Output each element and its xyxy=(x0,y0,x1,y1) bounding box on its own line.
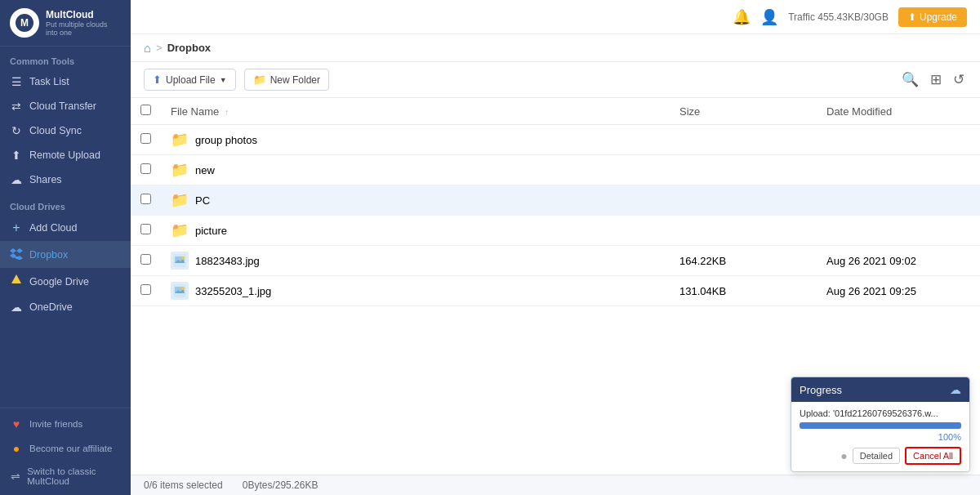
size-cell: 164.22KB xyxy=(670,246,817,276)
progress-cloud-icon: ☁ xyxy=(950,383,961,396)
upload-file-button[interactable]: ⬆ Upload File ▼ xyxy=(144,69,236,91)
new-folder-label: New Folder xyxy=(270,74,320,86)
selected-count: 0/6 items selected xyxy=(144,479,223,491)
select-all-checkbox[interactable] xyxy=(140,105,151,115)
upgrade-icon: ⬆ xyxy=(908,11,916,23)
row-checkbox[interactable] xyxy=(140,194,151,204)
date-cell xyxy=(817,185,980,216)
col-header-filename[interactable]: File Name ↑ xyxy=(161,98,670,125)
filename-cell: 33255203_1.jpg xyxy=(161,276,670,306)
sidebar-item-label: Invite friends xyxy=(29,419,82,429)
row-checkbox-cell xyxy=(131,246,161,276)
folder-icon: 📁 xyxy=(171,131,189,149)
sidebar-item-become-affiliate[interactable]: ● Become our affiliate xyxy=(0,436,131,461)
row-checkbox[interactable] xyxy=(140,224,151,234)
cloud-transfer-icon: ⇄ xyxy=(10,100,23,113)
storage-info: 0Bytes/295.26KB xyxy=(243,479,318,491)
detailed-button[interactable]: Detailed xyxy=(853,448,900,464)
notifications-icon[interactable]: 🔔 xyxy=(733,8,751,26)
filename-col-label: File Name xyxy=(171,105,219,118)
toolbar-right-icons: 🔍 ⊞ ↺ xyxy=(899,69,967,91)
upload-icon: ⬆ xyxy=(153,74,162,86)
progress-body: Upload: '01fd21260769526376.w... 100% ● … xyxy=(791,402,969,471)
sidebar-item-task-list[interactable]: ☰ Task List xyxy=(0,69,131,94)
table-row: 33255203_1.jpg 131.04KB Aug 26 2021 09:2… xyxy=(131,276,980,306)
svg-point-6 xyxy=(181,256,185,260)
sidebar-bottom: ♥ Invite friends ● Become our affiliate … xyxy=(0,408,131,495)
sidebar-item-label: Shares xyxy=(29,174,62,185)
sidebar-item-add-cloud[interactable]: + Add Cloud xyxy=(0,215,131,241)
upgrade-button[interactable]: ⬆ Upgrade xyxy=(898,7,967,27)
sidebar-item-label: Become our affiliate xyxy=(29,444,112,453)
row-checkbox[interactable] xyxy=(140,284,151,295)
size-cell: 131.04KB xyxy=(670,276,817,306)
sidebar-item-cloud-transfer[interactable]: ⇄ Cloud Transfer xyxy=(0,94,131,118)
date-cell xyxy=(817,155,980,185)
cancel-all-button[interactable]: Cancel All xyxy=(905,447,961,465)
folder-icon: 📁 xyxy=(171,221,189,239)
refresh-icon[interactable]: ↺ xyxy=(951,69,967,91)
sidebar-item-remote-upload[interactable]: ⬆ Remote Upload xyxy=(0,143,131,167)
remote-upload-icon: ⬆ xyxy=(10,149,23,162)
filename-cell: 📁 new xyxy=(161,155,670,185)
sort-icon: ↑ xyxy=(225,108,229,117)
row-checkbox[interactable] xyxy=(140,133,151,144)
add-cloud-icon: + xyxy=(10,221,23,235)
progress-panel: Progress ☁ Upload: '01fd21260769526376.w… xyxy=(791,377,970,472)
shares-icon: ☁ xyxy=(10,173,23,186)
col-header-date[interactable]: Date Modified xyxy=(817,98,980,125)
sidebar-item-shares[interactable]: ☁ Shares xyxy=(0,167,131,192)
size-cell xyxy=(670,216,817,246)
search-icon[interactable]: 🔍 xyxy=(899,69,921,91)
sidebar-item-label: Cloud Sync xyxy=(29,125,82,136)
row-checkbox-cell xyxy=(131,185,161,216)
progress-status-icon: ● xyxy=(840,449,847,462)
upload-dropdown-icon: ▼ xyxy=(220,76,227,84)
progress-bar-wrap xyxy=(800,422,961,429)
sidebar-item-invite-friends[interactable]: ♥ Invite friends xyxy=(0,412,131,436)
row-checkbox[interactable] xyxy=(140,163,151,174)
invite-icon: ♥ xyxy=(10,417,23,430)
sidebar-item-label: OneDrive xyxy=(29,301,73,313)
sidebar-item-dropbox[interactable]: Dropbox xyxy=(0,241,131,268)
grid-view-icon[interactable]: ⊞ xyxy=(928,69,944,91)
filename-cell: 📁 picture xyxy=(161,216,670,246)
dropbox-icon xyxy=(10,247,23,262)
statusbar: 0/6 items selected 0Bytes/295.26KB xyxy=(131,475,980,495)
filename-text: new xyxy=(195,164,215,176)
affiliate-icon: ● xyxy=(10,442,23,455)
upload-file-label: Upload File xyxy=(166,74,216,86)
sidebar-item-label: Task List xyxy=(29,76,69,87)
size-cell xyxy=(670,185,817,216)
sidebar-item-label: Dropbox xyxy=(29,249,68,261)
date-cell: Aug 26 2021 09:02 xyxy=(817,246,980,276)
sidebar-item-switch-classic[interactable]: ⇌ Switch to classic MultCloud xyxy=(0,461,131,492)
col-header-size[interactable]: Size xyxy=(670,98,817,125)
sidebar-item-onedrive[interactable]: ☁ OneDrive xyxy=(0,295,131,319)
sidebar-item-label: Switch to classic MultCloud xyxy=(27,466,121,486)
app-name: MultCloud xyxy=(46,9,121,20)
row-checkbox[interactable] xyxy=(140,254,151,265)
sidebar-item-google-drive[interactable]: Google Drive xyxy=(0,268,131,295)
table-row: 18823483.jpg 164.22KB Aug 26 2021 09:02 xyxy=(131,246,980,276)
table-row: 📁 picture xyxy=(131,216,980,246)
filename-cell: 📁 PC xyxy=(161,185,670,216)
sidebar: M MultCloud Put multiple clouds into one… xyxy=(0,0,131,495)
col-header-check xyxy=(131,98,161,125)
table-row: 📁 new xyxy=(131,155,980,185)
date-cell xyxy=(817,125,980,155)
image-icon xyxy=(171,282,189,300)
new-folder-button[interactable]: 📁 New Folder xyxy=(244,69,329,91)
progress-actions: ● Detailed Cancel All xyxy=(800,447,961,465)
table-header-row: File Name ↑ Size Date Modified xyxy=(131,98,980,125)
date-cell xyxy=(817,216,980,246)
sidebar-item-label: Remote Upload xyxy=(29,149,100,161)
sidebar-item-label: Google Drive xyxy=(29,276,89,288)
breadcrumb-current: Dropbox xyxy=(167,42,211,54)
user-icon[interactable]: 👤 xyxy=(760,8,778,26)
breadcrumb-home[interactable]: ⌂ xyxy=(144,41,151,55)
filename-text: 18823483.jpg xyxy=(195,255,260,267)
table-row: 📁 group photos xyxy=(131,125,980,155)
sidebar-item-cloud-sync[interactable]: ↻ Cloud Sync xyxy=(0,118,131,143)
row-checkbox-cell xyxy=(131,276,161,306)
